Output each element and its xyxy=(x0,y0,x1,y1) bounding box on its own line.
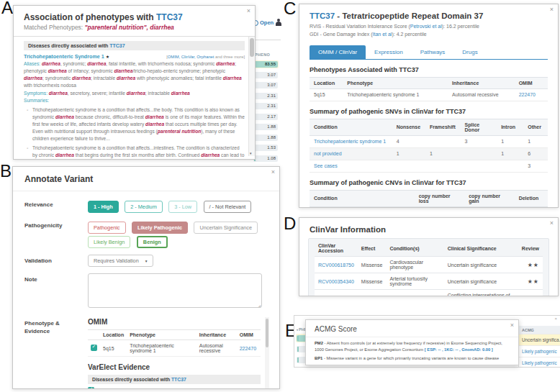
note-row: Note xyxy=(24,273,269,311)
pheno-cell: 2.31 xyxy=(253,102,279,110)
clinvar-row: RCV000354340 Missense Arterial tortuosit… xyxy=(315,273,543,290)
figure-label-d: D xyxy=(284,214,296,234)
likely-pathogenic-button[interactable]: Likely Pathogenic xyxy=(132,222,188,234)
pm2-criterion: PM2 - Absent from controls (or at extrem… xyxy=(315,340,510,353)
snv-table: Condition Nonsense Frameshift Splice Don… xyxy=(310,119,548,173)
uncertain-significance-button[interactable]: Uncertain Significance xyxy=(194,222,258,234)
popup-title: ACMG Score xyxy=(306,320,518,337)
clinvar-row: RCV000618750 Missense Cardiovascular phe… xyxy=(315,257,543,273)
pathogenic-button[interactable]: Pathogenic xyxy=(88,222,126,234)
accession-link[interactable]: RCV000354340 xyxy=(318,279,354,284)
pheno-column: 83.55 3.07 3.07 2.31 2.31 2.17 1.88 1.88… xyxy=(253,60,279,165)
relevance-row: Relevance 1 - High 2 - Medium 3 - Low / … xyxy=(24,199,269,213)
likely-benign-button[interactable]: Likely Benign xyxy=(88,236,130,248)
variant-table-fragment: Open PHENO 83.55 3.07 3.07 2.31 2.31 2.1… xyxy=(252,0,281,163)
checkbox-checked[interactable] xyxy=(91,345,97,351)
condition-link[interactable]: not provided xyxy=(314,151,342,156)
dialog-title: Association of phenotypes with TTC37 xyxy=(14,6,255,24)
accession-link[interactable]: RCV000618750 xyxy=(318,263,354,268)
review-stars: ★★ xyxy=(518,257,543,273)
relevance-not-relevant-button[interactable]: / - Not Relevant xyxy=(204,201,252,213)
scrollbar-thumb[interactable] xyxy=(266,319,268,347)
gdi-line: GDI - Gene Damage Index (Itan et al): 4.… xyxy=(310,31,548,39)
tab-pathways[interactable]: Pathways xyxy=(412,45,454,59)
relevance-medium-button[interactable]: 2 - Medium xyxy=(125,201,163,213)
cnv-table: Condition copy number loss copy number g… xyxy=(310,190,548,208)
acmg-value[interactable]: Likely pathogenic xyxy=(519,357,560,368)
close-icon[interactable]: × xyxy=(550,6,554,13)
gene-link[interactable]: TTC37 xyxy=(156,12,183,22)
phenotype-evidence-row: Phenotype & Evidence OMIM Location Pheno… xyxy=(24,317,269,389)
summaries-label: Summaries: xyxy=(24,97,245,104)
acmg-criteria: PM2 - Absent from controls (or at extrem… xyxy=(306,337,518,365)
condition-link[interactable]: See cases xyxy=(314,163,338,168)
figure-label-a: A xyxy=(1,0,13,18)
validation-row: Validation Requires Validation xyxy=(24,255,269,267)
phenotypes-heading: Phenotypes Associated with TTC37 xyxy=(310,66,548,73)
validation-select[interactable]: Requires Validation xyxy=(88,255,153,267)
acmg-value[interactable]: Likely pathogenic xyxy=(519,345,560,357)
scrollbar[interactable] xyxy=(248,37,255,156)
scrollbar-thumb[interactable] xyxy=(250,38,254,57)
checkbox-checked[interactable] xyxy=(88,387,94,389)
acmg-value[interactable]: Uncertain significa... xyxy=(519,334,560,345)
divider xyxy=(252,40,281,40)
omim-id-link[interactable]: 222470 xyxy=(519,92,536,97)
pheno-cell: 3.07 xyxy=(253,71,279,79)
tab-drugs[interactable]: Drugs xyxy=(453,45,486,59)
figure-canvas: { "ui": { "close": "×" }, "figure": { "l… xyxy=(0,0,560,392)
close-icon[interactable]: × xyxy=(271,169,275,176)
accession-link[interactable]: RCV000198021 xyxy=(318,296,354,297)
phenotypes-table: Location Phenotype Inheritance OMIM 5q15… xyxy=(310,77,548,101)
omim-heading: OMIM xyxy=(88,318,261,326)
star-icon: ★ xyxy=(106,55,109,59)
pheno-cell: 1.53 xyxy=(253,144,279,152)
snv-row: See cases 3 xyxy=(310,160,548,172)
acmg-column-header: ACMG xyxy=(519,326,560,334)
scrollbar[interactable] xyxy=(265,317,269,389)
review-stars: ★ xyxy=(518,290,543,297)
pathogenicity-row: Pathogenicity Pathogenic Likely Pathogen… xyxy=(24,219,269,248)
snv-row: not provided 1 1 1 6 xyxy=(310,147,548,160)
phenotype-evidence-label: Phenotype & Evidence xyxy=(24,317,88,389)
omim-row: 5q15 Trichohepatoenteric syndrome 1 Auto… xyxy=(88,340,261,357)
pheno-cell: 1.88 xyxy=(253,123,279,131)
clinvar-row: RCV000198021 Missense not specified Conf… xyxy=(315,290,543,297)
dialog-title: Annotate Variant xyxy=(13,167,279,191)
pheno-cell: 2.17 xyxy=(253,113,279,121)
disease-link[interactable]: Trichohepatoenteric Syndrome 1 xyxy=(96,388,176,389)
tab-expression[interactable]: Expression xyxy=(366,45,412,59)
evidence-scroll-area: OMIM Location Phenotype Inheritance OMIM… xyxy=(88,317,269,389)
annotate-form: Relevance 1 - High 2 - Medium 3 - Low / … xyxy=(13,191,279,389)
summary-bullet: Trichohepatoenteric syndrome is a condit… xyxy=(27,145,245,160)
close-icon[interactable]: × xyxy=(554,316,557,321)
open-button[interactable]: Open xyxy=(253,19,274,26)
disease-sources[interactable]: [OMIM, ClinVar, Orphanet and three more] xyxy=(166,55,245,59)
bp1-criterion: BP1 - Missense variant in a gene for whi… xyxy=(315,355,510,362)
omim-id-link[interactable]: 222470 xyxy=(240,346,256,351)
snv-row: Trichohepatoenteric syndrome 1 4 3 1 1 xyxy=(310,135,548,147)
matched-phenotype-values: "parenteral nutrition", diarrhea xyxy=(85,24,174,31)
pheno-cell: 3.07 xyxy=(253,81,279,89)
note-label: Note xyxy=(24,273,88,311)
matched-phenotypes: Matched Phenotypes: "parenteral nutritio… xyxy=(14,24,255,36)
close-icon[interactable]: × xyxy=(550,220,554,227)
phenotype-row: 5q15 Trichohepatoenteric syndrome 1 Auto… xyxy=(310,88,548,101)
open-button-label: Open xyxy=(260,19,274,26)
close-icon[interactable]: × xyxy=(247,8,250,14)
benign-button[interactable]: Benign xyxy=(137,236,168,248)
pheno-cell: 1.08 xyxy=(253,155,279,163)
tab-omim-clinvar[interactable]: OMIM / ClinVar xyxy=(310,45,366,59)
disease-row: Trichohepatoenteric Syndrome 1★ [OMIM, C… xyxy=(88,387,261,389)
close-icon[interactable]: × xyxy=(510,322,514,329)
gene-link[interactable]: TTC37 xyxy=(310,12,335,20)
relevance-low-button[interactable]: 3 - Low xyxy=(168,201,197,213)
pheno-cell: 1.88 xyxy=(253,134,279,142)
condition-link[interactable]: Trichohepatoenteric syndrome 1 xyxy=(314,139,386,144)
gene-card-title: TTC37 - Tetratricopeptide Repeat Domain … xyxy=(310,12,548,20)
cnv-heading: Summary of pathogenic CNVs in ClinVar fo… xyxy=(310,179,548,186)
note-textarea[interactable] xyxy=(88,273,262,308)
relevance-high-button[interactable]: 1 - High xyxy=(88,201,119,213)
diseases-header-bar: Diseases directly associated with TTC37 xyxy=(24,41,245,50)
disease-link[interactable]: Trichohepatoenteric Syndrome 1 xyxy=(24,53,104,60)
